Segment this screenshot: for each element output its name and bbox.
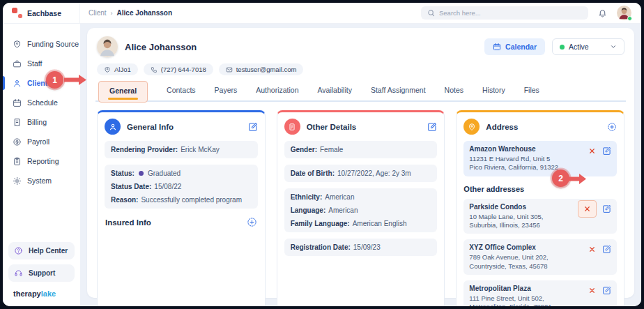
general-info-card: General Info Rendering Provider: Erick M…: [97, 110, 266, 306]
edit-address-button[interactable]: [602, 204, 611, 213]
sidebar-item-reporting[interactable]: Reporting: [3, 151, 80, 171]
reason-label: Reason:: [111, 196, 138, 204]
window-frame: Eachbase Client › Alice Johansson: [0, 0, 644, 309]
calendar-icon: [493, 43, 501, 51]
add-circle-icon: [607, 122, 617, 132]
status-box: Status: Graduated Status Date: 15/08/22 …: [105, 165, 258, 209]
app-logo[interactable]: Eachbase: [3, 3, 80, 23]
tab-staff-assignment[interactable]: Staff Assignment: [371, 80, 426, 101]
support-button[interactable]: Support: [8, 264, 75, 282]
user-avatar[interactable]: [617, 6, 631, 20]
card-title: Other Details: [307, 123, 357, 131]
sidebar-item-payroll[interactable]: Payroll: [3, 132, 80, 151]
help-center-label: Help Center: [29, 247, 68, 255]
id-shield-icon: [104, 66, 111, 73]
search-input[interactable]: [439, 9, 582, 17]
client-panel: Alice Johansson Calendar Active: [87, 28, 634, 298]
edit-icon: [427, 122, 437, 132]
tab-general[interactable]: General: [98, 81, 148, 103]
add-circle-icon: [247, 217, 257, 227]
profile-actions: Calendar Active: [484, 38, 624, 55]
sidebar-item-client[interactable]: Client: [3, 73, 80, 93]
therapylake-logo-part2: lake: [41, 289, 56, 298]
gender-box: Gender: Female: [284, 141, 438, 158]
profile-header: Alice Johansson Calendar Active: [95, 35, 626, 57]
edit-address-button[interactable]: [602, 146, 611, 156]
contact-badges: AlJo1 (727) 644-7018 testuser@gmail.com: [97, 63, 626, 75]
tab-authorization[interactable]: Authorization: [256, 80, 298, 101]
close-x-icon: [588, 246, 596, 253]
breadcrumb-separator-icon: ›: [111, 10, 113, 17]
calendar-button-label: Calendar: [505, 43, 537, 51]
breadcrumb-parent[interactable]: Client: [89, 9, 107, 17]
delete-address-button[interactable]: [588, 246, 596, 253]
language-value: American: [328, 206, 358, 214]
status-dropdown[interactable]: Active: [552, 38, 624, 55]
help-center-button[interactable]: Help Center: [8, 242, 75, 259]
reason-value: Successfully completed program: [141, 196, 242, 204]
sidebar-item-billing[interactable]: Billing: [3, 112, 80, 132]
card-title: General Info: [127, 123, 174, 131]
location-pin-circle-icon: [463, 119, 480, 135]
receipt-icon: [13, 118, 22, 127]
other-address-row: Metropolitan Plaza 111 Pine Street, Unit…: [463, 280, 617, 306]
sidebar-item-schedule[interactable]: Schedule: [3, 93, 80, 112]
tab-history[interactable]: History: [482, 80, 505, 101]
sidebar-item-funding-source[interactable]: Funding Source: [3, 34, 80, 54]
registration-date-value: 15/09/23: [353, 243, 381, 251]
tab-notes[interactable]: Notes: [445, 80, 463, 101]
gear-icon: [13, 176, 22, 186]
other-details-card: Other Details Gender: Female: [277, 110, 445, 306]
add-address-button[interactable]: [607, 122, 617, 132]
tab-payers[interactable]: Payers: [215, 80, 238, 101]
therapylake-logo: therapylake: [8, 287, 75, 302]
insured-info-label: Insured Info: [105, 218, 151, 227]
client-id-value: AlJo1: [114, 66, 131, 73]
client-name: Alice Johansson: [125, 42, 197, 52]
sidebar-item-label: Payroll: [27, 137, 49, 146]
sidebar-item-label: Billing: [27, 118, 47, 126]
clipboard-icon: [13, 157, 22, 166]
ethnicity-value: American: [325, 193, 354, 201]
person-icon: [13, 79, 22, 88]
annotation-highlight-delete: [578, 200, 597, 218]
add-insured-info-button[interactable]: [247, 217, 257, 227]
search-box[interactable]: [421, 6, 588, 20]
primary-address: Amazon Warehouse 11231 E Harvard Rd, Uni…: [463, 141, 617, 176]
address-line2: Suburbia, Illinois, 23456: [469, 221, 543, 229]
online-status-dot: [627, 16, 632, 21]
sidebar-item-label: Staff: [27, 59, 42, 68]
notifications-bell-icon[interactable]: [598, 8, 607, 17]
rendering-provider-value: Erick McKay: [181, 146, 220, 153]
topbar-right: [421, 6, 641, 20]
breadcrumb: Client › Alice Johansson: [80, 9, 172, 17]
tab-contacts[interactable]: Contacts: [167, 80, 195, 101]
delete-address-button[interactable]: [583, 205, 591, 213]
delete-address-button[interactable]: [588, 147, 596, 155]
email-value: testuser@gmail.com: [236, 66, 297, 73]
calendar-button[interactable]: Calendar: [484, 38, 545, 55]
address-name: Parkside Condos: [469, 203, 543, 211]
sidebar-item-system[interactable]: System: [3, 171, 80, 190]
delete-address-button[interactable]: [588, 287, 596, 294]
sidebar-item-staff[interactable]: Staff: [3, 54, 80, 73]
status-date-label: Status Date:: [111, 183, 151, 190]
edit-address-button[interactable]: [602, 245, 611, 254]
rendering-provider-label: Rendering Provider:: [111, 146, 178, 153]
edit-address-button[interactable]: [602, 286, 611, 295]
mail-icon: [226, 66, 233, 73]
app-window: Eachbase Client › Alice Johansson: [3, 3, 641, 306]
edit-general-info-button[interactable]: [248, 122, 258, 132]
family-language-label: Family Language:: [291, 220, 350, 227]
tab-files[interactable]: Files: [524, 80, 539, 101]
rendering-provider-box: Rendering Provider: Erick McKay: [105, 141, 258, 158]
address-name: Amazon Warehouse: [469, 145, 558, 153]
dob-box: Date of Birth: 10/27/2022, Age: 2y 3m: [284, 165, 438, 182]
tab-availability[interactable]: Availability: [318, 80, 352, 101]
phone-badge: (727) 644-7018: [144, 63, 213, 75]
dob-label: Date of Birth:: [291, 169, 335, 177]
dollar-icon: [13, 137, 22, 146]
headset-icon: [14, 269, 23, 278]
edit-other-details-button[interactable]: [427, 122, 437, 132]
calendar-icon: [13, 98, 22, 107]
